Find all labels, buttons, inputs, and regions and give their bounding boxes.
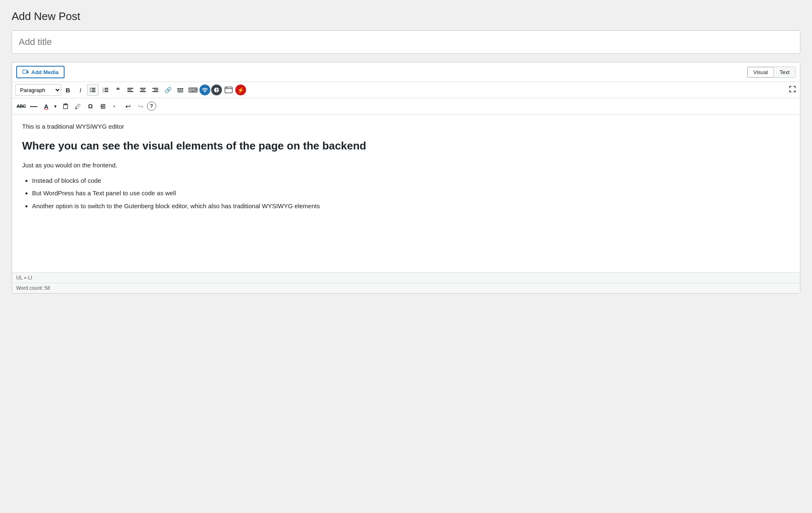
link-button[interactable]: 🔗 <box>162 84 174 96</box>
list-icon <box>90 87 96 93</box>
tab-text[interactable]: Text <box>774 67 795 77</box>
text-color-dropdown-button[interactable]: ▼ <box>52 100 59 112</box>
redo-button[interactable]: ↪ <box>135 100 146 112</box>
list-item: Another option is to switch to the Guten… <box>32 202 790 211</box>
view-tabs: Visual Text <box>747 67 796 78</box>
editor-top-bar: Add Media Visual Text <box>12 62 800 82</box>
indent-icon <box>100 103 106 110</box>
bold-button[interactable]: B <box>62 84 74 96</box>
align-left-button[interactable] <box>125 84 136 96</box>
list-item: Instead of blocks of code <box>32 176 790 186</box>
content-paragraph: Just as you would on the frontend. <box>22 162 790 169</box>
svg-rect-27 <box>177 92 183 92</box>
svg-rect-20 <box>152 88 158 89</box>
align-center-button[interactable] <box>137 84 149 96</box>
svg-text:3.: 3. <box>102 90 104 93</box>
svg-point-30 <box>226 87 227 88</box>
special-char-button[interactable]: Ω <box>85 100 96 112</box>
text-color-button[interactable]: A <box>40 100 52 112</box>
undo-button[interactable]: ↩ <box>122 100 134 112</box>
paragraph-format-select[interactable]: Paragraph Heading 1 Heading 2 Heading 3 … <box>15 84 61 96</box>
keyboard-button[interactable]: ⌨ <box>187 84 199 96</box>
editor-content[interactable]: This is a traditional WYSIWYG editor Whe… <box>12 115 800 273</box>
horizontal-rule-button[interactable] <box>174 84 186 96</box>
fullscreen-icon <box>788 85 797 93</box>
align-right-icon <box>152 87 159 93</box>
indent-button[interactable] <box>97 100 109 112</box>
svg-rect-22 <box>152 91 158 92</box>
svg-marker-33 <box>113 105 115 107</box>
toolbar-row1: Paragraph Heading 1 Heading 2 Heading 3 … <box>12 82 800 98</box>
svg-rect-3 <box>92 88 95 89</box>
wifi-plugin-icon[interactable] <box>199 85 210 95</box>
browser-icon <box>224 87 233 93</box>
content-list: Instead of blocks of code But WordPress … <box>32 176 790 211</box>
svg-rect-13 <box>105 91 108 92</box>
pie-chart-plugin-icon[interactable] <box>211 85 222 95</box>
editor-statusbar: UL » LI <box>12 273 800 283</box>
toolbar-row2: ABC — A ▼ Ω ↩ ↪ ? <box>12 98 800 115</box>
svg-rect-2 <box>90 88 91 89</box>
help-button[interactable]: ? <box>147 102 156 111</box>
svg-rect-16 <box>127 91 133 92</box>
clear-formatting-button[interactable] <box>72 100 84 112</box>
svg-rect-21 <box>154 90 158 90</box>
word-count-value: 58 <box>45 285 50 291</box>
svg-rect-9 <box>105 88 108 89</box>
svg-rect-6 <box>90 91 91 92</box>
svg-rect-24 <box>179 88 181 90</box>
element-path: UL » LI <box>16 275 32 281</box>
blockquote-button[interactable]: ❝ <box>112 84 124 96</box>
pie-icon <box>214 87 219 93</box>
align-left-icon <box>127 87 134 93</box>
italic-button[interactable]: I <box>75 84 86 96</box>
svg-rect-7 <box>92 91 95 92</box>
svg-rect-29 <box>225 88 232 89</box>
svg-rect-15 <box>127 90 132 90</box>
content-heading: Where you can see the visual elements of… <box>22 139 790 153</box>
outdent-button[interactable] <box>110 100 121 112</box>
strikethrough-button[interactable]: ABC <box>15 100 27 112</box>
svg-marker-32 <box>101 105 102 107</box>
add-media-icon <box>22 69 29 75</box>
svg-rect-18 <box>141 90 145 90</box>
unordered-list-button[interactable] <box>87 84 99 96</box>
hr-button[interactable]: — <box>28 100 40 112</box>
ordered-list-button[interactable]: 1. 2. 3. <box>100 84 111 96</box>
ordered-list-icon: 1. 2. 3. <box>102 87 109 93</box>
svg-rect-23 <box>177 88 179 90</box>
svg-rect-26 <box>177 90 183 91</box>
align-right-button[interactable] <box>149 84 161 96</box>
align-center-icon <box>139 87 146 93</box>
svg-rect-19 <box>140 91 146 92</box>
editor-footer: Word count: 58 <box>12 283 800 293</box>
red-plugin-icon[interactable]: ⚡ <box>235 85 246 95</box>
fullscreen-button[interactable] <box>788 85 797 95</box>
svg-rect-4 <box>90 90 91 90</box>
content-intro: This is a traditional WYSIWYG editor <box>22 123 790 130</box>
add-media-button[interactable]: Add Media <box>16 66 65 78</box>
svg-rect-0 <box>23 70 27 73</box>
svg-point-31 <box>227 87 228 88</box>
svg-rect-17 <box>140 88 146 89</box>
svg-rect-14 <box>127 88 133 89</box>
svg-rect-25 <box>182 88 183 90</box>
post-title-input[interactable] <box>12 31 800 53</box>
editor-wrapper: Add Media Visual Text Paragraph Heading … <box>12 62 800 294</box>
horizontal-rule-icon <box>177 87 184 93</box>
word-count-label: Word count: <box>16 285 43 291</box>
page-title: Add New Post <box>12 10 800 23</box>
list-item: But WordPress has a Text panel to use co… <box>32 189 790 198</box>
svg-rect-11 <box>105 90 108 90</box>
tab-visual[interactable]: Visual <box>747 67 774 77</box>
title-input-wrapper <box>12 30 800 54</box>
eraser-icon <box>75 103 81 110</box>
outdent-icon <box>112 103 119 110</box>
wifi-icon <box>202 87 208 93</box>
paste-icon <box>62 103 69 110</box>
paste-text-button[interactable] <box>60 100 71 112</box>
svg-rect-5 <box>92 90 95 90</box>
browser-plugin-icon[interactable] <box>223 84 234 96</box>
